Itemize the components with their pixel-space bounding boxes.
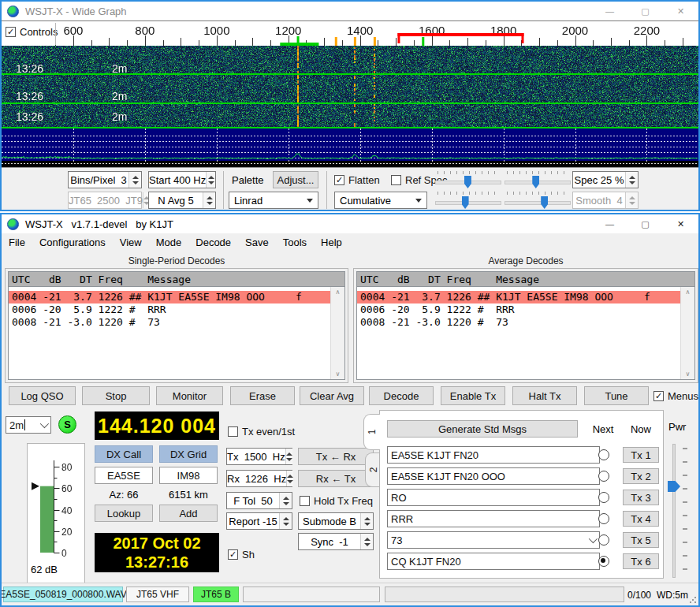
tx3-message-field[interactable]: RO: [387, 489, 600, 506]
dx-call-button[interactable]: DX Call: [95, 445, 153, 463]
dx-grid-button[interactable]: DX Grid: [159, 445, 218, 463]
tx4-message-field[interactable]: RRR: [387, 510, 600, 527]
sh-checkbox[interactable]: Sh: [228, 549, 255, 560]
scroll-up-icon[interactable]: ∧: [681, 289, 694, 296]
decode-button[interactable]: Decode: [369, 386, 434, 405]
slider-handle[interactable]: [462, 196, 469, 209]
scroll-up-icon[interactable]: ∧: [331, 289, 344, 296]
tab-messages-1[interactable]: 1: [363, 414, 380, 450]
tune-button[interactable]: Tune: [584, 386, 649, 405]
tx6-message-field[interactable]: CQ K1JT FN20: [387, 553, 600, 570]
tx-from-rx-button[interactable]: Tx ← Rx: [298, 448, 374, 465]
spinner-arrows[interactable]: [625, 172, 638, 188]
pwr-slider-groove[interactable]: [672, 444, 676, 578]
dx-grid-field[interactable]: IM98: [159, 467, 218, 484]
tx2-next-radio[interactable]: [598, 471, 609, 482]
spinner-arrows[interactable]: [203, 192, 215, 208]
scrollbar[interactable]: ∧ ∨: [680, 287, 694, 379]
tx1-now-button[interactable]: Tx 1: [623, 447, 659, 463]
spinner-arrows[interactable]: [279, 513, 292, 529]
generate-std-msgs-button[interactable]: Generate Std Msgs: [387, 420, 578, 438]
display-mode-dropdown[interactable]: Cumulative: [334, 192, 427, 209]
tx-freq-spinner[interactable]: Tx 1500 Hz: [226, 448, 292, 465]
menu-tools[interactable]: Tools: [276, 236, 314, 248]
decode-row[interactable]: 0004 -21 3.7 1226 ## K1JT EA5SE IM98 OOO…: [9, 291, 331, 304]
wide-graph-titlebar[interactable]: WSJT-X - Wide Graph — ▢ ✕: [2, 2, 698, 20]
spectrum-gain-slider[interactable]: [435, 192, 501, 209]
menu-mode[interactable]: Mode: [149, 236, 189, 248]
halt-tx-button[interactable]: Halt Tx: [512, 386, 577, 405]
spectrum-zero-slider[interactable]: [505, 192, 571, 209]
spinner-arrows[interactable]: [279, 493, 292, 508]
pwr-slider-handle[interactable]: [668, 481, 680, 492]
rx-from-tx-button[interactable]: Rx ← Tx: [298, 470, 374, 487]
n-avg-spinner[interactable]: N Avg 5: [148, 192, 216, 209]
minimize-icon[interactable]: —: [592, 214, 627, 233]
start-hz-spinner[interactable]: Start 400 Hz: [148, 171, 216, 188]
tx3-now-button[interactable]: Tx 3: [623, 490, 659, 505]
dx-call-field[interactable]: EA5SE: [95, 467, 153, 484]
rx-freq-spinner[interactable]: Rx 1226 Hz: [226, 470, 292, 487]
tx5-now-button[interactable]: Tx 5: [623, 532, 659, 548]
menu-view[interactable]: View: [113, 236, 149, 248]
stop-button[interactable]: Stop: [82, 386, 150, 405]
menu-help[interactable]: Help: [314, 236, 349, 248]
spec-percent-spinner[interactable]: Spec 25 %: [572, 171, 639, 188]
spinner-arrows[interactable]: [286, 471, 293, 486]
menus-checkbox[interactable]: Menus: [653, 390, 698, 402]
adjust-button[interactable]: Adjust...: [273, 171, 318, 188]
log-qso-button[interactable]: Log QSO: [9, 386, 76, 405]
tx6-next-radio[interactable]: [598, 556, 609, 567]
palette-dropdown[interactable]: Linrad: [229, 192, 318, 209]
clear-avg-button[interactable]: Clear Avg: [300, 386, 364, 405]
sync-spinner[interactable]: Sync -1: [298, 533, 374, 550]
spinner-arrows[interactable]: [206, 172, 215, 188]
slider-handle[interactable]: [464, 176, 471, 188]
bins-pixel-spinner[interactable]: Bins/Pixel 3: [68, 171, 142, 188]
status-indicator-button[interactable]: S: [58, 415, 76, 434]
menu-configurations[interactable]: Configurations: [32, 236, 113, 248]
monitor-button[interactable]: Monitor: [156, 386, 223, 405]
maximize-icon[interactable]: ▢: [627, 2, 663, 20]
waterfall-zero-slider[interactable]: [505, 171, 571, 188]
tx5-next-radio[interactable]: [598, 534, 609, 546]
tx6-now-button[interactable]: Tx 6: [623, 553, 659, 569]
controls-checkbox[interactable]: Controls: [6, 26, 62, 38]
lookup-button[interactable]: Lookup: [95, 505, 153, 522]
band-combobox[interactable]: 2m: [6, 416, 51, 434]
decode-row[interactable]: 0006 -20 5.9 1222 # RRR: [357, 304, 681, 316]
spinner-arrows[interactable]: [360, 534, 373, 549]
waterfall[interactable]: 13:26 2m 13:26 2m 13:26 2m: [2, 46, 698, 128]
erase-button[interactable]: Erase: [230, 386, 295, 405]
tx4-now-button[interactable]: Tx 4: [623, 511, 659, 527]
enable-tx-button[interactable]: Enable Tx: [441, 386, 505, 405]
tx-even-checkbox[interactable]: Tx even/1st: [228, 426, 295, 438]
main-titlebar[interactable]: WSJT-X v1.7.1-devel by K1JT — ▢ ✕: [2, 214, 698, 233]
f-tol-spinner[interactable]: F Tol 50: [226, 492, 292, 509]
decode-row[interactable]: 0008 -21 -3.0 1220 # 73: [9, 316, 331, 329]
decode-row[interactable]: 0004 -21 3.7 1226 ## K1JT EA5SE IM98 OOO…: [357, 291, 681, 304]
tx1-next-radio[interactable]: [598, 449, 609, 460]
close-icon[interactable]: ✕: [663, 214, 698, 233]
tx3-next-radio[interactable]: [598, 492, 609, 503]
scroll-down-icon[interactable]: ∨: [681, 371, 694, 378]
flatten-checkbox[interactable]: Flatten: [334, 174, 380, 186]
tx1-message-field[interactable]: EA5SE K1JT FN20: [387, 446, 600, 464]
resize-grip[interactable]: [689, 596, 697, 604]
minimize-icon[interactable]: —: [592, 2, 627, 20]
close-icon[interactable]: ✕: [663, 2, 698, 20]
scroll-down-icon[interactable]: ∨: [331, 371, 344, 378]
waterfall-gain-slider[interactable]: [435, 171, 501, 188]
maximize-icon[interactable]: ▢: [627, 214, 663, 233]
add-button[interactable]: Add: [159, 505, 218, 522]
spinner-arrows[interactable]: [128, 172, 141, 188]
waterfall-canvas[interactable]: [2, 46, 698, 128]
slider-handle[interactable]: [541, 196, 548, 209]
decode-row[interactable]: 0008 -21 -3.0 1220 # 73: [357, 316, 681, 329]
menu-save[interactable]: Save: [238, 236, 276, 248]
tx4-next-radio[interactable]: [598, 513, 609, 524]
tx5-message-combobox[interactable]: 73: [387, 531, 600, 549]
submode-spinner[interactable]: Submode B: [298, 512, 374, 530]
slider-handle[interactable]: [532, 176, 539, 188]
tx2-message-field[interactable]: EA5SE K1JT FN20 OOO: [387, 467, 600, 485]
